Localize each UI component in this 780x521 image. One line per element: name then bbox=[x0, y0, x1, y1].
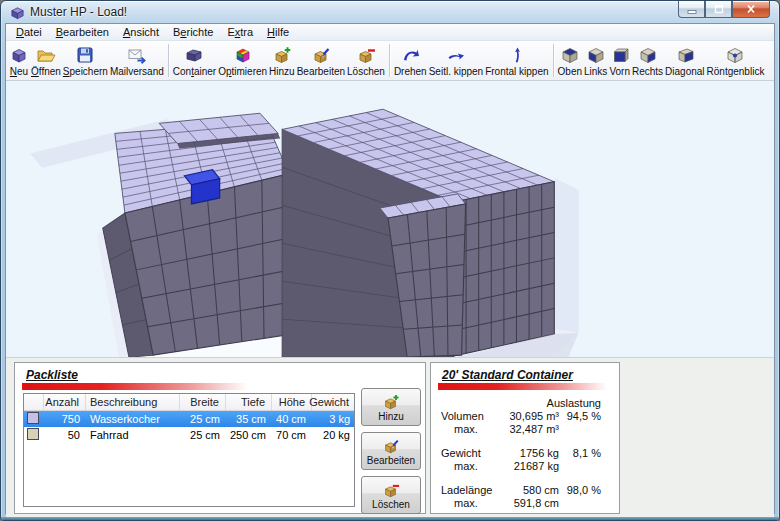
stat-value: 21687 kg bbox=[497, 460, 559, 473]
menu-extra[interactable]: Extra bbox=[220, 24, 260, 40]
menu-hilfe[interactable]: Hilfe bbox=[260, 24, 296, 40]
view-diagonal-cube-icon bbox=[675, 45, 695, 65]
new-file-icon bbox=[9, 45, 29, 65]
red-gradient-bar bbox=[438, 383, 607, 390]
hinzu-button-label: Hinzu bbox=[378, 411, 404, 422]
column-header-beschreibung[interactable]: Beschreibung bbox=[86, 394, 180, 410]
window-controls bbox=[678, 1, 770, 18]
bearbeiten-button[interactable]: Bearbeiten bbox=[361, 432, 421, 470]
menu-datei[interactable]: Datei bbox=[9, 24, 49, 40]
menu-bar: Datei Bearbeiten Ansicht Berichte Extra … bbox=[6, 24, 774, 41]
add-box-icon bbox=[382, 393, 400, 411]
view-right-cube-icon bbox=[638, 45, 658, 65]
tilt-front-arrow-icon bbox=[507, 45, 527, 65]
table-row-fahrrad[interactable]: 50 Fahrrad 25 cm 250 cm 70 cm 20 kg bbox=[24, 427, 354, 443]
toolbar-button-rechts[interactable]: Rechts bbox=[631, 42, 664, 79]
toolbar-button-speichern[interactable]: Speichern bbox=[62, 42, 109, 79]
toolbar-button-roentgenblick[interactable]: Röntgenblick bbox=[706, 42, 766, 79]
cell-hoehe: 40 cm bbox=[272, 413, 312, 425]
toolbar-button-oben[interactable]: Oben bbox=[557, 42, 583, 79]
column-header bbox=[24, 394, 44, 410]
loeschen-button[interactable]: Löschen bbox=[361, 476, 421, 514]
stat-value: 1756 kg bbox=[497, 447, 559, 460]
cell-tiefe: 250 cm bbox=[226, 429, 272, 441]
stat-value: 30,695 m³ bbox=[497, 410, 559, 423]
item-color-swatch bbox=[27, 412, 39, 424]
minimize-button[interactable] bbox=[678, 1, 705, 18]
cell-gewicht: 20 kg bbox=[312, 429, 355, 441]
title-bar[interactable]: Muster HP - Load! bbox=[1, 1, 779, 23]
toolbar-button-container[interactable]: Container bbox=[172, 42, 217, 79]
cell-breite: 25 cm bbox=[180, 413, 226, 425]
column-header-breite[interactable]: Breite bbox=[180, 394, 226, 410]
rotate-arrow-icon bbox=[400, 45, 420, 65]
column-header-gewicht[interactable]: Gewicht bbox=[312, 394, 355, 410]
auslastung-header: Auslastung bbox=[547, 397, 601, 410]
cell-hoehe: 70 cm bbox=[272, 429, 312, 441]
tilt-side-arrow-icon bbox=[446, 45, 466, 65]
cell-beschreibung: Wasserkocher bbox=[86, 413, 180, 425]
view-front-cube-icon bbox=[610, 45, 630, 65]
mail-send-icon bbox=[127, 45, 147, 65]
toolbar-button-diagonal[interactable]: Diagonal bbox=[664, 42, 705, 79]
column-header-tiefe[interactable]: Tiefe bbox=[226, 394, 272, 410]
stat-label: max. bbox=[441, 460, 497, 473]
toolbar-button-neu[interactable]: Neu bbox=[8, 42, 30, 79]
maximize-button[interactable] bbox=[705, 1, 732, 18]
toolbar-button-mailversand[interactable]: Mailversand bbox=[109, 42, 165, 79]
toolbar-button-bearbeiten[interactable]: Bearbeiten bbox=[296, 42, 346, 79]
edit-box-icon bbox=[311, 45, 331, 65]
hinzu-button[interactable]: Hinzu bbox=[361, 388, 421, 426]
toolbar-button-seitl-kippen[interactable]: Seitl. kippen bbox=[428, 42, 484, 79]
cell-anzahl: 50 bbox=[44, 429, 86, 441]
toolbar-button-links[interactable]: Links bbox=[583, 42, 608, 79]
optimize-cube-icon bbox=[233, 45, 253, 65]
scene-svg bbox=[6, 81, 774, 357]
toolbar-separator bbox=[168, 44, 169, 77]
view-top-cube-icon bbox=[560, 45, 580, 65]
stat-label: max. bbox=[441, 497, 497, 510]
screen: Muster HP - Load! Datei Bearbeiten Ansic… bbox=[0, 0, 780, 521]
packliste-panel: Packliste Anzahl Beschreibung Breite Tie… bbox=[14, 362, 426, 514]
menu-ansicht[interactable]: Ansicht bbox=[116, 24, 166, 40]
3d-viewport[interactable] bbox=[6, 81, 774, 358]
view-left-cube-icon bbox=[586, 45, 606, 65]
table-header-row: Anzahl Beschreibung Breite Tiefe Höhe Ge… bbox=[24, 394, 354, 411]
container-stats: Auslastung Volumen30,695 m³94,5 % max.32… bbox=[441, 397, 601, 510]
toolbar-button-drehen[interactable]: Drehen bbox=[393, 42, 428, 79]
cell-breite: 25 cm bbox=[180, 429, 226, 441]
table-row-wasserkocher[interactable]: 750 Wasserkocher 25 cm 35 cm 40 cm 3 kg bbox=[24, 411, 354, 427]
toolbar-button-oeffnen[interactable]: Öffnen bbox=[30, 42, 62, 79]
bottom-area: Packliste Anzahl Beschreibung Breite Tie… bbox=[6, 358, 774, 518]
client-area: Datei Bearbeiten Ansicht Berichte Extra … bbox=[5, 23, 775, 514]
app-icon bbox=[10, 5, 25, 20]
stat-percent: 8,1 % bbox=[559, 447, 601, 460]
packliste-table[interactable]: Anzahl Beschreibung Breite Tiefe Höhe Ge… bbox=[23, 393, 355, 507]
close-button[interactable] bbox=[732, 1, 770, 18]
stat-label: Ladelänge bbox=[441, 484, 497, 497]
toolbar-button-frontal-kippen[interactable]: Frontal kippen bbox=[484, 42, 549, 79]
left-box-stack bbox=[103, 113, 289, 357]
stat-value: 591,8 cm bbox=[497, 497, 559, 510]
column-header-hoehe[interactable]: Höhe bbox=[272, 394, 312, 410]
delete-box-icon bbox=[382, 481, 400, 499]
toolbar-button-vorn[interactable]: Vorn bbox=[608, 42, 631, 79]
stat-label: Gewicht bbox=[441, 447, 497, 460]
cell-beschreibung: Fahrrad bbox=[86, 429, 180, 441]
column-header-anzahl[interactable]: Anzahl bbox=[44, 394, 86, 410]
toolbar-separator bbox=[389, 44, 390, 77]
item-color-swatch bbox=[27, 428, 39, 440]
window-frame-edge bbox=[1, 517, 779, 520]
menu-bearbeiten[interactable]: Bearbeiten bbox=[49, 24, 116, 40]
menu-berichte[interactable]: Berichte bbox=[166, 24, 220, 40]
minimize-icon bbox=[685, 3, 699, 15]
toolbar-separator bbox=[553, 44, 554, 77]
container-panel-title: 20' Standard Container bbox=[442, 368, 619, 382]
cell-tiefe: 35 cm bbox=[226, 413, 272, 425]
edit-box-icon bbox=[382, 437, 400, 455]
toolbar-button-hinzu[interactable]: Hinzu bbox=[268, 42, 296, 79]
stat-label: max. bbox=[441, 423, 497, 436]
toolbar-button-loeschen[interactable]: Löschen bbox=[346, 42, 386, 79]
bearbeiten-button-label: Bearbeiten bbox=[367, 455, 415, 466]
toolbar-button-optimieren[interactable]: Optimieren bbox=[217, 42, 268, 79]
